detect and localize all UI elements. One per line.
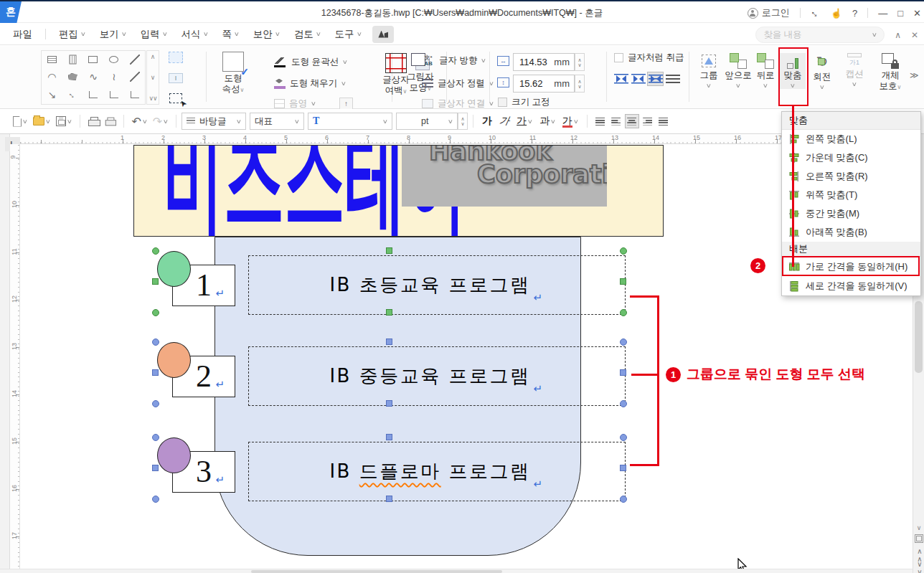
selection-handle-row3[interactable]: [620, 434, 627, 441]
font-size-spinner[interactable]: ∧∨: [458, 113, 468, 130]
gallery-more-icon[interactable]: ∨∨: [148, 95, 156, 102]
wrap-front-button[interactable]: [664, 72, 681, 86]
menu-tools[interactable]: 도구∨: [328, 28, 369, 41]
textbox-margin-button[interactable]: 글상자여백∨: [380, 53, 412, 97]
menu-item-align-middle[interactable]: 중간 맞춤(M): [782, 204, 920, 223]
shape-elbow-arrow-icon[interactable]: [103, 86, 124, 104]
menu-security[interactable]: 보안∨: [246, 28, 287, 41]
shape-textbox-icon[interactable]: [42, 51, 62, 67]
selection-handle-row2[interactable]: [620, 338, 627, 346]
menu-item-align-center[interactable]: 가운데 맞춤(C): [782, 148, 920, 167]
save-button[interactable]: ∨: [53, 116, 75, 126]
collapse-ribbon-icon[interactable]: ∧: [895, 30, 901, 40]
horizontal-scrollbar[interactable]: [0, 569, 913, 573]
selection-handle-row1[interactable]: [620, 247, 627, 255]
align-right-button[interactable]: [641, 114, 655, 128]
send-backward-button[interactable]: 뒤로 ∨: [753, 53, 778, 89]
height-spinner[interactable]: ∧∨: [575, 75, 585, 93]
shape-ellipse-icon[interactable]: [103, 51, 124, 67]
menu-item-align-left[interactable]: 왼쪽 맞춤(L): [782, 130, 920, 148]
selection-handle-row1[interactable]: [386, 309, 392, 316]
textbox-row-3[interactable]: IB 드플로마 프로그램 ↵: [248, 442, 626, 501]
selection-handle-row1[interactable]: [152, 309, 159, 316]
shape-outline-button[interactable]: 도형 윤곽선∨: [274, 56, 347, 68]
shape-fill-button[interactable]: 도형 채우기∨: [274, 77, 346, 90]
textbox-align-button[interactable]: 글상자 정렬∨: [422, 77, 494, 90]
selection-handle-row2[interactable]: [620, 400, 627, 407]
selection-handle-row2[interactable]: [152, 338, 159, 346]
selection-handle-row3[interactable]: [386, 496, 392, 502]
shape-elbow-double-icon[interactable]: [124, 86, 145, 104]
text-select-icon[interactable]: I: [169, 73, 183, 83]
selection-area-icon[interactable]: [169, 52, 183, 63]
shape-rectangle-icon[interactable]: [83, 51, 104, 67]
shape-line2-icon[interactable]: [124, 67, 145, 85]
expand-icon[interactable]: ↔: [808, 5, 823, 20]
textbox-row-1[interactable]: IB 초등교육 프로그램 ↵: [248, 255, 626, 315]
treat-as-char-checkbox[interactable]: 글자처럼 취급: [614, 52, 684, 64]
menu-item-align-top[interactable]: 위쪽 맞춤(T): [782, 186, 920, 204]
next-page-icon[interactable]: ∨∨: [913, 560, 924, 573]
shape-scribble-icon[interactable]: ≀: [103, 67, 124, 85]
margin-up-button[interactable]: ↑: [339, 98, 353, 110]
shape-arrow-icon[interactable]: ↘: [42, 86, 62, 104]
menu-item-align-bottom[interactable]: 아래쪽 맞춤(B): [782, 223, 920, 242]
selection-handle-row1[interactable]: [620, 309, 627, 316]
selection-handle-row3[interactable]: [152, 434, 159, 441]
align-justify-button[interactable]: [593, 114, 608, 128]
shape-ribbon-toggle[interactable]: [372, 26, 394, 43]
object-protect-button[interactable]: 개체보호∨: [875, 53, 905, 93]
print-preview-button[interactable]: [102, 117, 118, 126]
font-select[interactable]: T∨: [308, 113, 392, 130]
menu-view[interactable]: 보기∨: [93, 28, 133, 41]
selection-handle-row1[interactable]: [152, 278, 159, 285]
open-button[interactable]: ∨: [30, 117, 53, 126]
underline-button[interactable]: 가∨: [513, 115, 536, 128]
selection-handle-row3[interactable]: [152, 465, 159, 471]
new-document-button[interactable]: ∨: [10, 116, 30, 127]
bold-button[interactable]: 가: [478, 115, 496, 128]
close-button[interactable]: ✕: [913, 8, 921, 19]
selection-handle-row3[interactable]: [386, 434, 392, 440]
vertical-scroll-thumb[interactable]: [915, 301, 923, 373]
rotate-button[interactable]: ↻ 회전 ∨: [809, 53, 835, 90]
bring-forward-button[interactable]: 앞으로 ∨: [723, 53, 753, 89]
group-button[interactable]: 그룹 ∨: [696, 53, 722, 89]
width-field[interactable]: 114.53mm: [513, 53, 575, 71]
gallery-up-icon[interactable]: ∧: [151, 53, 156, 60]
align-left-button[interactable]: [609, 114, 623, 128]
number-circle-3[interactable]: [157, 437, 191, 473]
shape-polygon-icon[interactable]: [62, 67, 83, 85]
login-button[interactable]: 로그인: [748, 6, 790, 19]
maximize-button[interactable]: □: [897, 8, 903, 19]
wrap-tight-button[interactable]: [630, 72, 646, 86]
title-banner-shape[interactable]: 비즈스테이 Hankook Corporation: [133, 145, 664, 237]
italic-button[interactable]: 가: [496, 115, 513, 128]
print-button[interactable]: [85, 117, 102, 126]
touch-hand-icon[interactable]: ☝: [831, 8, 842, 19]
object-select-icon[interactable]: [169, 93, 182, 103]
selection-handle-row3[interactable]: [620, 496, 627, 503]
selection-handle-row1[interactable]: [152, 247, 159, 255]
undo-button[interactable]: ↶∨: [129, 115, 150, 128]
menu-format[interactable]: 서식∨: [174, 28, 215, 41]
align-center-button[interactable]: [625, 114, 639, 128]
size-lock-checkbox[interactable]: 크기 고정: [498, 96, 550, 108]
wrap-behind-button[interactable]: [647, 72, 664, 86]
search-input[interactable]: 찾을 내용∨: [755, 27, 885, 43]
company-logo[interactable]: Hankook Corporation: [402, 146, 607, 207]
minimize-button[interactable]: —: [878, 8, 887, 19]
close-search-icon[interactable]: ✕: [911, 30, 918, 40]
textbox-row-2[interactable]: IB 중등교육 프로그램 ↵: [248, 346, 626, 406]
menu-file[interactable]: 파일: [6, 28, 39, 41]
selection-handle-row2[interactable]: [386, 338, 392, 345]
gallery-down-icon[interactable]: ∨: [151, 74, 156, 81]
redo-button[interactable]: ↷∨: [150, 115, 171, 128]
shape-arc-icon[interactable]: ◠: [42, 67, 62, 85]
menu-page[interactable]: 쪽∨: [214, 28, 245, 41]
ribbon-more-icon[interactable]: ≫: [910, 70, 919, 80]
selection-handle-row2[interactable]: [386, 400, 392, 407]
document-canvas[interactable]: 비즈스테이 Hankook Corporation 1↵ IB 초등교육 프로그…: [20, 144, 913, 569]
shape-elbow-connector-icon[interactable]: [83, 86, 104, 104]
style-set-select[interactable]: 대표∨: [250, 113, 304, 130]
